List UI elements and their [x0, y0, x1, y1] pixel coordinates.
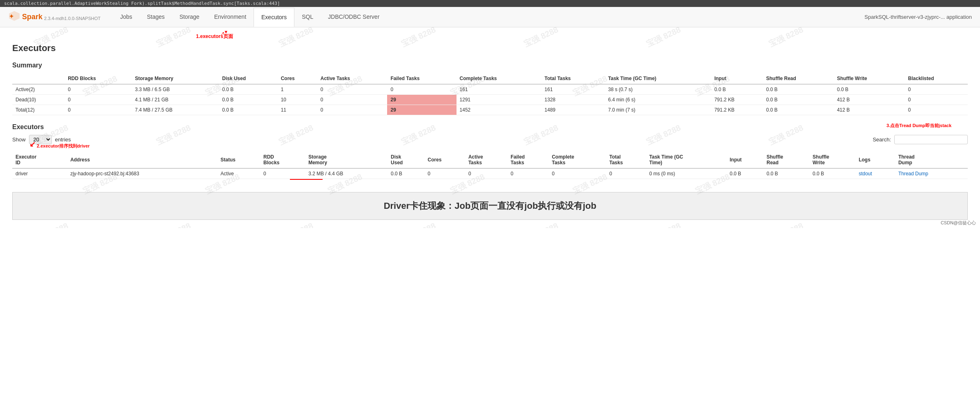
summary-cell-2-13: 0: [905, 105, 968, 115]
exec-col-active: ActiveTasks: [465, 152, 508, 168]
summary-col-failed: Failed Tasks: [387, 73, 456, 84]
exec-cell-0-3: 0: [260, 168, 305, 179]
executors-section: Executors Show 20 50 100 entries 2.execu…: [12, 123, 968, 180]
search-label: Search:: [873, 136, 891, 143]
summary-cell-1-11: 0.0 B: [763, 95, 833, 105]
summary-cell-2-11: 0.0 B: [763, 105, 833, 115]
nav-sql[interactable]: SQL: [294, 8, 321, 27]
summary-cell-2-2: 7.4 MB / 27.5 GB: [131, 105, 219, 115]
annotation-threaddump-label: 3.点击Tread Dump即当前jstack: [886, 123, 951, 129]
summary-col-storage: Storage Memory: [131, 73, 219, 84]
summary-col-shuffleread: Shuffle Read: [763, 73, 833, 84]
executors-table: ExecutorID Address Status RDDBlocks Stor…: [12, 152, 968, 179]
summary-cell-0-7: 161: [457, 84, 541, 95]
summary-cell-0-0: Active(2): [12, 84, 65, 95]
summary-cell-1-3: 0.0 B: [219, 95, 278, 105]
app-logo-text: Spark: [22, 13, 42, 21]
summary-cell-0-12: 0.0 B: [834, 84, 905, 95]
exec-col-disk: DiskUsed: [388, 152, 424, 168]
nav-stages[interactable]: Stages: [140, 8, 172, 27]
page-title: Executors: [12, 43, 968, 54]
summary-cell-1-12: 412 B: [834, 95, 905, 105]
summary-row: Dead(10)04.1 MB / 21 GB0.0 B100291291132…: [12, 95, 968, 105]
summary-cell-1-5: 0: [317, 95, 388, 105]
summary-cell-0-11: 0.0 B: [763, 84, 833, 95]
summary-col-shufflewrite: Shuffle Write: [834, 73, 905, 84]
summary-col-rdd: RDD Blocks: [65, 73, 131, 84]
nav-executors[interactable]: Executors: [254, 8, 294, 27]
exec-col-logs: Logs: [855, 152, 895, 168]
annotation-executors-label: 1.executors页面: [196, 33, 233, 40]
exec-col-status: Status: [217, 152, 260, 168]
spark-logo-icon: ✦: [8, 10, 20, 24]
summary-cell-2-0: Total(12): [12, 105, 65, 115]
nav-jdbc[interactable]: JDBC/ODBC Server: [321, 8, 387, 27]
summary-cell-0-5: 0: [317, 84, 388, 95]
logo-area: ✦ Spark 2.3.4-mdh1.0.0-SNAPSHOT: [8, 10, 100, 24]
summary-col-input: Input: [711, 73, 763, 84]
nav-storage[interactable]: Storage: [172, 8, 207, 27]
summary-cell-2-12: 412 B: [834, 105, 905, 115]
red-underline-indicator: [12, 179, 968, 180]
summary-cell-0-8: 161: [541, 84, 605, 95]
bottom-callout: Driver卡住现象：Job页面一直没有job执行或没有job: [12, 192, 968, 220]
executors-section-title: Executors: [12, 123, 968, 131]
exec-col-storage: StorageMemory: [305, 152, 388, 168]
summary-col-tasktime: Task Time (GC Time): [605, 73, 711, 84]
summary-title: Summary: [12, 62, 968, 69]
executors-header-row: ExecutorID Address Status RDDBlocks Stor…: [12, 152, 968, 168]
summary-col-disk: Disk Used: [219, 73, 278, 84]
summary-cell-1-4: 10: [278, 95, 317, 105]
exec-cell-0-11: 0 ms (0 ms): [646, 168, 726, 179]
annotation-driver-label: 2.executor排序找到driver ↙: [37, 143, 90, 149]
summary-col-cores: Cores: [278, 73, 317, 84]
exec-col-address: Address: [67, 152, 217, 168]
summary-cell-0-3: 0.0 B: [219, 84, 278, 95]
summary-cell-0-4: 1: [278, 84, 317, 95]
exec-cell-0-6: 0: [424, 168, 465, 179]
exec-cell-0-7: 0: [465, 168, 508, 179]
summary-cell-1-9: 6.4 min (6 s): [605, 95, 711, 105]
entries-label: entries: [55, 136, 71, 143]
summary-cell-2-5: 0: [317, 105, 388, 115]
executor-row: driverzjy-hadoop-prc-st2492.bj:43683Acti…: [12, 168, 968, 179]
summary-col-complete: Complete Tasks: [457, 73, 541, 84]
summary-cell-1-2: 4.1 MB / 21 GB: [131, 95, 219, 105]
summary-cell-0-13: 0: [905, 84, 968, 95]
exec-col-cores: Cores: [424, 152, 465, 168]
nav-environment[interactable]: Environment: [207, 8, 254, 27]
exec-cell-0-16[interactable]: Thread Dump: [895, 168, 968, 179]
show-label: Show: [12, 136, 26, 143]
summary-cell-0-9: 38 s (0.7 s): [605, 84, 711, 95]
summary-cell-2-1: 0: [65, 105, 131, 115]
search-area: Search:: [873, 135, 968, 144]
stdout-link[interactable]: stdout: [859, 171, 872, 177]
search-input[interactable]: [894, 135, 968, 144]
exec-col-failed: FailedTasks: [508, 152, 549, 168]
summary-table: RDD Blocks Storage Memory Disk Used Core…: [12, 73, 968, 115]
exec-col-rdd: RDDBlocks: [260, 152, 305, 168]
summary-cell-1-7: 1291: [457, 95, 541, 105]
summary-cell-2-10: 791.2 KB: [711, 105, 763, 115]
summary-cell-2-8: 1489: [541, 105, 605, 115]
thread-dump-link[interactable]: Thread Dump: [898, 171, 928, 177]
exec-col-tasktime: Task Time (GCTime): [646, 152, 726, 168]
bottom-callout-text: Driver卡住现象：Job页面一直没有job执行或没有job: [384, 201, 597, 211]
summary-row: Total(12)07.4 MB / 27.5 GB0.0 B110291452…: [12, 105, 968, 115]
summary-col-total: Total Tasks: [541, 73, 605, 84]
summary-cell-2-7: 1452: [457, 105, 541, 115]
summary-cell-0-10: 0.0 B: [711, 84, 763, 95]
code-text: scala.collection.parallel.AdaptiveWorkSt…: [4, 1, 280, 6]
exec-col-shufflewrite: ShuffleWrite: [809, 152, 855, 168]
nav-jobs[interactable]: Jobs: [113, 8, 140, 27]
exec-cell-0-15[interactable]: stdout: [855, 168, 895, 179]
summary-cell-0-2: 3.3 MB / 6.5 GB: [131, 84, 219, 95]
exec-cell-0-14: 0.0 B: [809, 168, 855, 179]
exec-col-complete: CompleteTasks: [548, 152, 606, 168]
exec-cell-0-9: 0: [548, 168, 606, 179]
csdn-watermark: CSDN@信徒心心: [941, 220, 976, 226]
summary-cell-2-4: 11: [278, 105, 317, 115]
annotation-arrow-executors: ▼: [224, 29, 228, 34]
navigation-bar: ✦ Spark 2.3.4-mdh1.0.0-SNAPSHOT Jobs Sta…: [0, 7, 980, 27]
app-version: 2.3.4-mdh1.0.0-SNAPSHOT: [44, 16, 100, 21]
